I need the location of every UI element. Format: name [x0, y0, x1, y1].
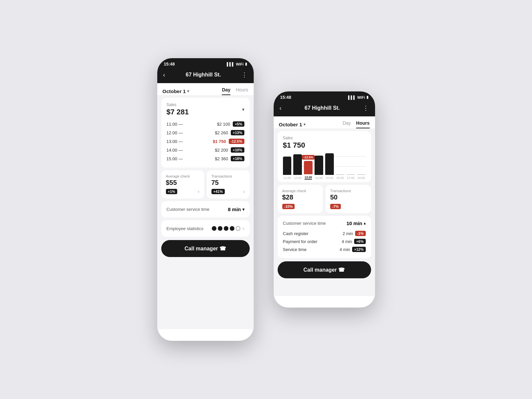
metrics-row-left: Average check $55 +1% › Transactions 75 … [161, 170, 250, 199]
avg-check-card-right: Average check $28 -10% [278, 185, 323, 213]
employee-arrow: › [242, 225, 244, 231]
bar-13: -12.5% [304, 161, 313, 174]
bar-label-18: 18.00 [357, 176, 365, 180]
avg-check-badge-left: +1% [166, 189, 177, 194]
date-selector-right[interactable]: October 1 ▾ [279, 122, 306, 127]
dot-3 [224, 226, 228, 231]
bar-11 [283, 157, 292, 175]
tab-hours-right[interactable]: Hours [356, 120, 369, 128]
transactions-value-right: 50 [330, 194, 366, 201]
date-label-left: October 1 [163, 88, 186, 94]
bar-col-18: 18.00 [357, 174, 366, 180]
dot-2 [218, 226, 222, 231]
call-manager-button-left[interactable]: Call manager ☎ [161, 240, 250, 257]
chart-card-right: Sales $1 750 11.00 12.00 [278, 131, 371, 182]
avg-check-arrow[interactable]: › [198, 189, 199, 195]
bar-label-12: 12.00 [294, 176, 302, 180]
tab-day-left[interactable]: Day [222, 87, 230, 95]
date-arrow-left: ▾ [187, 89, 189, 93]
service-time-label-right: Customer service time [283, 221, 326, 226]
service-header-row: Customer service time 10 min ▴ [283, 220, 366, 226]
transactions-badge-right: -7% [330, 204, 341, 209]
menu-button-left[interactable]: ⋮ [241, 71, 247, 78]
status-time-right: 15:48 [280, 95, 291, 100]
bar-12 [293, 154, 302, 175]
date-selector-left[interactable]: October 1 ▾ [163, 88, 189, 94]
service-time-value-right[interactable]: 10 min ▴ [346, 220, 366, 226]
transactions-label-left: Transactions [211, 174, 245, 178]
avg-check-value-right: $28 [282, 194, 319, 201]
sales-label-right: Sales [283, 136, 366, 140]
header-right: ‹ 67 Highhill St. ⋮ [274, 102, 375, 116]
transactions-badge-row-left: +41% › [211, 189, 245, 195]
chart-tooltip-13: -12.5% [302, 155, 315, 160]
wifi-icon-right: WiFi [357, 95, 365, 99]
metrics-row-right: Average check $28 -10% Transactions 50 -… [278, 185, 371, 213]
avg-check-label-left: Average check [166, 174, 200, 178]
sales-value-right: $1 750 [283, 141, 366, 150]
date-arrow-right: ▾ [304, 122, 306, 127]
menu-button-right[interactable]: ⋮ [363, 104, 369, 112]
employee-dots [212, 226, 240, 231]
sales-row-1: 12.00 — $2 260 +13% [167, 128, 244, 137]
employee-label-left: Employee statistics [167, 226, 203, 231]
tabs-right: Day Hours [342, 120, 369, 128]
service-time-row-left[interactable]: Customer service time 8 min ▾ [161, 201, 250, 217]
bar-label-16: 16.00 [336, 176, 344, 180]
sales-dropdown-icon[interactable]: ▾ [242, 107, 244, 112]
badge-1: +13% [231, 130, 244, 135]
bar-col-17: 17.00 [346, 174, 355, 180]
service-detail-service: Service time 4 min +12% [283, 245, 366, 253]
tab-day-right[interactable]: Day [342, 120, 351, 128]
battery-icon-right: ▮ [366, 95, 368, 99]
transactions-badge-left: +41% [211, 189, 225, 194]
bar-chart: 11.00 12.00 -12.5% 13.00 14.00 [283, 153, 366, 180]
battery-icon: ▮ [245, 62, 247, 66]
payment-badge: +6% [354, 239, 365, 244]
dot-1 [212, 226, 216, 231]
date-tabs-right: October 1 ▾ Day Hours [274, 116, 375, 128]
bar-15 [325, 153, 334, 175]
service-detail-payment: Payment for order 4 min +6% [283, 237, 366, 245]
back-button-left[interactable]: ‹ [163, 71, 165, 78]
bar-label-13: 13.00 [305, 176, 312, 180]
service-dropdown-icon: ▾ [242, 207, 244, 212]
bar-label-17: 17.00 [347, 176, 354, 180]
bar-col-11: 11.00 [283, 157, 292, 180]
badge-2: -12.5% [229, 139, 244, 144]
status-icons-right: ▌▌▌ WiFi ▮ [348, 95, 368, 99]
status-time-left: 15:48 [164, 62, 175, 66]
avg-check-badge-row-left: +1% › [166, 189, 200, 195]
date-tabs-left: October 1 ▾ Day Hours [157, 83, 254, 95]
employee-row-left[interactable]: Employee statistics › [161, 220, 250, 237]
sales-card-left: Sales $7 281 ▾ 11.00 — $2 100 +5% 12.00 … [161, 98, 250, 168]
bar-col-13: -12.5% 13.00 [304, 161, 313, 180]
sales-row-3: 14.00 — $2 200 +10% [167, 146, 244, 154]
badge-4: +18% [231, 156, 244, 161]
bar-18 [357, 174, 366, 175]
tab-hours-left[interactable]: Hours [236, 87, 248, 95]
bar-col-15: 15.00 [325, 153, 334, 180]
avg-check-badge-right: -10% [282, 204, 295, 209]
bar-17 [346, 174, 355, 175]
avg-check-label-right: Average check [282, 189, 319, 193]
header-left: ‹ 67 Highhill St. ⋮ [157, 68, 254, 83]
sales-rows-left: 11.00 — $2 100 +5% 12.00 — $2 260 +13% 1… [167, 120, 244, 163]
transactions-label-right: Transactions [330, 189, 366, 193]
transactions-arrow[interactable]: › [243, 189, 245, 195]
header-title-right: 67 Highhill St. [305, 105, 340, 111]
signal-icon: ▌▌▌ [227, 62, 234, 66]
call-manager-button-right[interactable]: Call manager ☎ [278, 261, 371, 278]
bar-label-11: 11.00 [283, 176, 291, 180]
sales-value-left: $7 281 [167, 108, 189, 116]
cash-register-badge: -1% [355, 231, 366, 236]
service-time-label-left: Customer service time [167, 207, 209, 212]
back-button-right[interactable]: ‹ [280, 105, 282, 112]
badge-0: +5% [233, 121, 244, 127]
sales-row-0: 11.00 — $2 100 +5% [167, 120, 244, 128]
service-caret-icon: ▴ [364, 221, 366, 225]
bar-col-16: 16.00 [336, 174, 344, 180]
content-left: October 1 ▾ Day Hours Sales $7 281 ▾ 11.… [157, 83, 254, 329]
service-time-value-left: 8 min ▾ [228, 206, 244, 212]
content-right: October 1 ▾ Day Hours Sales $1 750 11.00 [274, 116, 375, 296]
